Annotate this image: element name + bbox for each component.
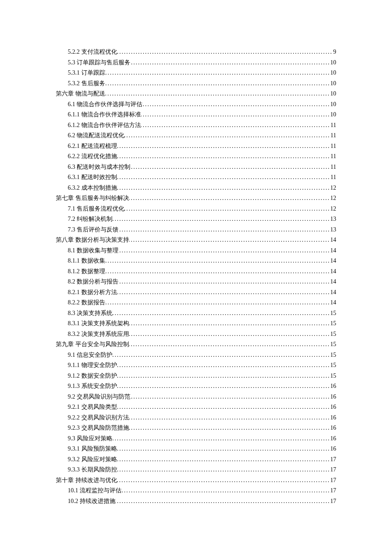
- toc-entry[interactable]: ........................................…: [56, 434, 336, 444]
- toc-entry-label: 6.3 配送时效与成本控制: [68, 164, 130, 170]
- toc-entry[interactable]: ........................................…: [56, 266, 336, 277]
- toc-entry-page: 14: [329, 287, 336, 298]
- toc-entry[interactable]: ........................................…: [56, 78, 336, 89]
- toc-entry-label: 6.2 物流配送流程优化: [68, 132, 124, 139]
- toc-entry[interactable]: ........................................…: [56, 298, 336, 308]
- toc-entry[interactable]: ........................................…: [56, 381, 336, 392]
- toc-entry-page: 10: [329, 58, 336, 68]
- table-of-contents: ........................................…: [56, 47, 336, 506]
- toc-entry[interactable]: ........................................…: [56, 204, 336, 214]
- toc-entry[interactable]: ........................................…: [56, 486, 336, 496]
- toc-entry-page: 16: [329, 392, 336, 402]
- toc-entry-page: 16: [329, 402, 336, 413]
- toc-entry-label: 8.3.2 决策支持系统应用: [68, 331, 129, 337]
- toc-entry-label: 第六章 物流与配送: [56, 90, 105, 97]
- toc-entry-page: 11: [330, 172, 336, 183]
- toc-entry-label: 10.1 流程监控与评估: [68, 487, 121, 494]
- toc-entry[interactable]: ........................................…: [56, 68, 336, 78]
- toc-entry[interactable]: ........................................…: [56, 287, 336, 298]
- toc-entry-label: 5.3.2 售后服务: [68, 80, 105, 87]
- toc-entry[interactable]: ........................................…: [56, 339, 336, 350]
- toc-entry[interactable]: ........................................…: [56, 99, 336, 110]
- toc-entry-label: 8.1 数据收集与整理: [68, 247, 118, 254]
- toc-entry[interactable]: ........................................…: [56, 58, 336, 68]
- toc-entry-label: 9.1 信息安全防护: [68, 352, 112, 358]
- toc-entry-page: 10: [329, 78, 336, 89]
- toc-entry-page: 15: [329, 371, 336, 382]
- toc-entry-label: 9.1.1 物理安全防护: [68, 362, 117, 368]
- toc-entry-page: 11: [330, 130, 336, 141]
- toc-entry[interactable]: ........................................…: [56, 172, 336, 183]
- toc-entry[interactable]: ........................................…: [56, 360, 336, 371]
- toc-entry[interactable]: ........................................…: [56, 162, 336, 173]
- toc-entry-page: 14: [329, 277, 336, 287]
- toc-entry-label: 10.2 持续改进措施: [68, 498, 115, 504]
- toc-entry-label: 8.3 决策支持系统: [68, 310, 112, 316]
- toc-entry-page: 15: [329, 350, 336, 361]
- toc-entry[interactable]: ........................................…: [56, 392, 336, 402]
- toc-entry-page: 10: [329, 110, 336, 120]
- toc-entry-label: 8.1.1 数据收集: [68, 257, 105, 264]
- toc-entry[interactable]: ........................................…: [56, 402, 336, 413]
- toc-entry[interactable]: ........................................…: [56, 444, 336, 454]
- toc-entry-page: 16: [329, 381, 336, 392]
- toc-entry[interactable]: ........................................…: [56, 371, 336, 382]
- toc-entry[interactable]: ........................................…: [56, 475, 336, 486]
- toc-entry-page: 13: [329, 225, 336, 235]
- toc-entry-label: 7.3 售后评价与反馈: [68, 226, 118, 233]
- toc-entry-page: 11: [330, 151, 336, 162]
- toc-entry-page: 14: [329, 256, 336, 266]
- toc-entry-label: 9.3.1 风险预防策略: [68, 445, 117, 452]
- toc-entry[interactable]: ........................................…: [56, 246, 336, 256]
- toc-entry-page: 14: [329, 298, 336, 308]
- toc-entry-label: 9.2.3 交易风险防范措施: [68, 425, 129, 431]
- toc-entry[interactable]: ........................................…: [56, 423, 336, 434]
- toc-entry[interactable]: ........................................…: [56, 141, 336, 152]
- toc-entry[interactable]: ........................................…: [56, 277, 336, 287]
- toc-entry[interactable]: ........................................…: [56, 214, 336, 225]
- toc-entry[interactable]: ........................................…: [56, 193, 336, 204]
- toc-entry-label: 9.1.3 系统安全防护: [68, 383, 117, 389]
- toc-entry[interactable]: ........................................…: [56, 465, 336, 475]
- toc-entry-page: 17: [329, 486, 336, 496]
- toc-entry[interactable]: ........................................…: [56, 318, 336, 329]
- toc-entry[interactable]: ........................................…: [56, 47, 336, 58]
- toc-entry-label: 8.2 数据分析与报告: [68, 278, 118, 285]
- toc-entry-label: 第八章 数据分析与决策支持: [56, 237, 129, 243]
- toc-entry-label: 9.2.2 交易风险识别方法: [68, 414, 129, 421]
- toc-entry-label: 8.1.2 数据整理: [68, 268, 105, 275]
- toc-entry-label: 6.2.2 流程优化措施: [68, 153, 117, 159]
- toc-entry-label: 8.2.2 数据报告: [68, 299, 105, 306]
- toc-entry-label: 5.3.1 订单跟踪: [68, 69, 105, 76]
- toc-entry-page: 14: [329, 246, 336, 256]
- toc-entry-page: 10: [329, 89, 336, 99]
- toc-entry[interactable]: ........................................…: [56, 454, 336, 465]
- toc-entry[interactable]: ........................................…: [56, 256, 336, 266]
- toc-entry-page: 12: [329, 183, 336, 194]
- toc-entry[interactable]: ........................................…: [56, 130, 336, 141]
- toc-entry-label: 第十章 持续改进与优化: [56, 477, 117, 483]
- toc-entry-page: 16: [329, 434, 336, 444]
- toc-entry-label: 6.3.1 配送时效控制: [68, 174, 117, 180]
- toc-entry[interactable]: ........................................…: [56, 110, 336, 120]
- toc-entry[interactable]: ........................................…: [56, 329, 336, 340]
- toc-leader-dots: ........................................…: [68, 78, 336, 89]
- toc-entry[interactable]: ........................................…: [56, 308, 336, 319]
- toc-entry[interactable]: ........................................…: [56, 225, 336, 235]
- toc-entry[interactable]: ........................................…: [56, 120, 336, 131]
- toc-entry-page: 15: [329, 318, 336, 329]
- toc-entry-page: 10: [329, 99, 336, 110]
- toc-entry-label: 6.1.2 物流合作伙伴评估方法: [68, 122, 141, 128]
- toc-entry-page: 16: [329, 423, 336, 434]
- toc-entry[interactable]: ........................................…: [56, 413, 336, 423]
- toc-entry[interactable]: ........................................…: [56, 183, 336, 194]
- toc-entry[interactable]: ........................................…: [56, 151, 336, 162]
- toc-entry[interactable]: ........................................…: [56, 350, 336, 361]
- toc-leader-dots: ........................................…: [68, 266, 336, 277]
- toc-leader-dots: ........................................…: [68, 256, 336, 266]
- toc-entry[interactable]: ........................................…: [56, 89, 336, 99]
- toc-entry-page: 12: [329, 204, 336, 214]
- toc-entry-page: 12: [329, 193, 336, 204]
- toc-entry[interactable]: ........................................…: [56, 235, 336, 246]
- toc-entry[interactable]: ........................................…: [56, 496, 336, 507]
